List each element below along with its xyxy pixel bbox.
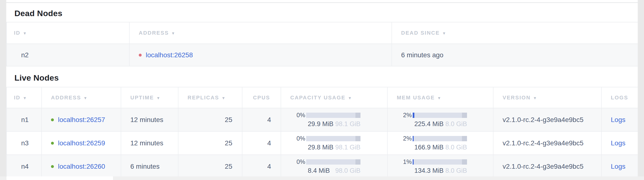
column-label: ADDRESS	[139, 30, 169, 36]
dead-nodes-table: ID▼ ADDRESS▼ DEAD SINCE▼ n2 localhost:26…	[6, 22, 638, 66]
horizontal-scrollbar-track	[0, 176, 644, 180]
live-col-header-cpus: CPUS	[242, 87, 281, 108]
column-label: UPTIME	[130, 94, 154, 100]
horizontal-scrollbar-thumb[interactable]	[6, 176, 113, 180]
capacity-bar-endcap	[356, 112, 360, 118]
live-nodes-header-row: ID▼ ADDRESS▼ UPTIME▼ REPLICAS▼ CPUS CAPA…	[6, 87, 638, 108]
live-status-dot-icon	[51, 142, 54, 145]
logs-link[interactable]: Logs	[611, 139, 626, 147]
table-row: n3 localhost:26259 12 minutes 25 4 0%	[6, 132, 638, 155]
replicas-cell: 25	[178, 108, 242, 132]
mem-bar-endcap	[462, 112, 467, 118]
live-col-header-address[interactable]: ADDRESS▼	[42, 87, 121, 108]
live-col-header-version[interactable]: VERSION▼	[493, 87, 602, 108]
cpus-cell: 4	[242, 108, 281, 132]
capacity-usage-widget: 0% 29.8 MiB 98.1 GiB	[290, 135, 360, 151]
mem-bar-fill	[413, 112, 414, 118]
column-label: ID	[14, 30, 20, 36]
usage-total: 8.0 GiB	[445, 167, 467, 174]
uptime-cell: 12 minutes	[121, 132, 178, 155]
mem-usage-widget: 2% 225.4 MiB 8.0 GiB	[397, 112, 467, 128]
logs-link[interactable]: Logs	[611, 163, 626, 170]
live-nodes-table: ID▼ ADDRESS▼ UPTIME▼ REPLICAS▼ CPUS CAPA…	[6, 87, 638, 176]
mem-usage-cell: 2% 166.9 MiB 8.0 GiB	[388, 132, 493, 155]
node-id-cell: n4	[6, 155, 42, 176]
uptime-cell: 12 minutes	[121, 108, 178, 132]
usage-percent: 1%	[403, 158, 413, 165]
usage-percent: 2%	[403, 135, 413, 142]
node-address-cell: localhost:26260	[42, 155, 121, 176]
sort-arrow-icon: ▼	[23, 96, 27, 100]
usage-percent: 0%	[296, 112, 306, 119]
uptime-cell: 6 minutes	[121, 155, 178, 176]
live-col-header-id[interactable]: ID▼	[6, 87, 42, 108]
address-link[interactable]: localhost:26257	[58, 116, 105, 124]
usage-used: 8.4 MiB	[308, 167, 330, 174]
column-label: MEM USAGE	[397, 94, 435, 100]
mem-usage-widget: 2% 166.9 MiB 8.0 GiB	[397, 135, 467, 151]
mem-bar-endcap	[462, 136, 467, 141]
address-link[interactable]: localhost:26260	[58, 163, 105, 170]
capacity-usage-cell: 0% 8.4 MiB 98.0 GiB	[281, 155, 388, 176]
capacity-usage-widget: 0% 29.9 MiB 98.1 GiB	[290, 112, 360, 128]
mem-bar-fill	[413, 136, 414, 141]
mem-usage-cell: 2% 225.4 MiB 8.0 GiB	[388, 108, 493, 132]
node-id-cell: n1	[6, 108, 42, 132]
column-label: LOGS	[611, 94, 628, 100]
usage-total: 98.0 GiB	[335, 167, 360, 174]
node-list-panel: Dead Nodes ID▼ ADDRESS▼ DEAD SINCE▼ n2 l…	[6, 0, 638, 176]
cpus-cell: 4	[242, 132, 281, 155]
mem-bar-endcap	[462, 159, 467, 164]
capacity-usage-cell: 0% 29.9 MiB 98.1 GiB	[281, 108, 388, 132]
logs-cell: Logs	[602, 132, 638, 155]
replicas-cell: 25	[178, 155, 242, 176]
dead-col-header-id[interactable]: ID▼	[6, 22, 130, 44]
address-link[interactable]: localhost:26259	[58, 139, 105, 147]
sort-arrow-icon: ▼	[437, 96, 441, 100]
table-row: n4 localhost:26260 6 minutes 25 4 0%	[6, 155, 638, 176]
capacity-bar-endcap	[356, 159, 360, 164]
dead-status-dot-icon	[139, 54, 142, 56]
usage-used: 166.9 MiB	[414, 144, 444, 151]
column-label: VERSION	[502, 94, 531, 100]
logs-link[interactable]: Logs	[611, 116, 626, 124]
mem-bar	[413, 159, 467, 164]
live-col-header-uptime[interactable]: UPTIME▼	[121, 87, 178, 108]
sort-arrow-icon: ▼	[222, 96, 225, 100]
live-nodes-title: Live Nodes	[6, 66, 638, 87]
usage-used: 29.9 MiB	[308, 120, 334, 128]
dead-col-header-address[interactable]: ADDRESS▼	[130, 22, 392, 44]
sort-arrow-icon: ▼	[23, 31, 27, 35]
live-status-dot-icon	[51, 118, 54, 121]
table-row: n1 localhost:26257 12 minutes 25 4 0%	[6, 108, 638, 132]
column-label: ID	[14, 94, 20, 100]
replicas-cell: 25	[178, 132, 242, 155]
capacity-usage-widget: 0% 8.4 MiB 98.0 GiB	[290, 158, 360, 174]
node-address-cell: localhost:26258	[130, 44, 392, 66]
dead-col-header-dead-since[interactable]: DEAD SINCE▼	[392, 22, 638, 44]
dead-nodes-header-row: ID▼ ADDRESS▼ DEAD SINCE▼	[6, 22, 638, 44]
table-row: n2 localhost:26258 6 minutes ago	[6, 44, 638, 66]
capacity-bar-endcap	[356, 136, 360, 141]
mem-usage-cell: 1% 134.3 MiB 8.0 GiB	[388, 155, 493, 176]
mem-bar	[413, 136, 467, 141]
live-col-header-logs: LOGS	[602, 87, 638, 108]
address-link[interactable]: localhost:26258	[146, 51, 193, 59]
live-col-header-mem-usage[interactable]: MEM USAGE▼	[388, 87, 493, 108]
node-id-cell: n3	[6, 132, 42, 155]
capacity-bar	[306, 112, 360, 118]
live-col-header-replicas[interactable]: REPLICAS▼	[178, 87, 242, 108]
sort-arrow-icon: ▼	[348, 96, 352, 100]
logs-cell: Logs	[602, 108, 638, 132]
node-address-cell: localhost:26259	[42, 132, 121, 155]
usage-total: 98.1 GiB	[335, 144, 360, 151]
live-col-header-capacity-usage[interactable]: CAPACITY USAGE▼	[281, 87, 388, 108]
column-label: ADDRESS	[51, 94, 81, 100]
capacity-bar	[306, 159, 360, 164]
mem-usage-widget: 1% 134.3 MiB 8.0 GiB	[397, 158, 467, 174]
usage-used: 29.8 MiB	[308, 144, 334, 151]
usage-total: 8.0 GiB	[445, 120, 467, 128]
capacity-usage-cell: 0% 29.8 MiB 98.1 GiB	[281, 132, 388, 155]
sort-arrow-icon: ▼	[533, 96, 537, 100]
mem-bar	[413, 112, 467, 118]
